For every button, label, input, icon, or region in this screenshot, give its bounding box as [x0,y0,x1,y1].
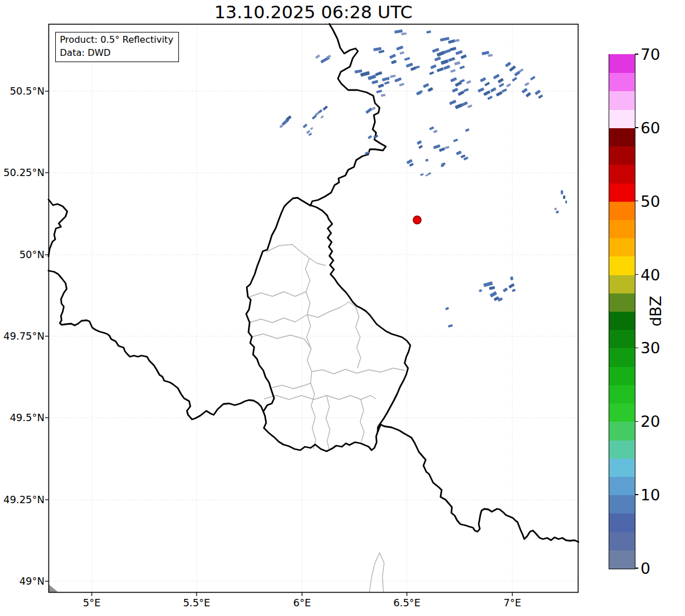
radar-echo [488,54,493,57]
region-border [356,307,361,368]
radar-echo [496,91,503,97]
radar-echo [450,47,456,51]
radar-echo [429,71,434,75]
radar-echo [394,30,403,34]
y-tick-label: 49.75°N [3,331,44,342]
colorbar-segment [609,532,635,550]
radar-echo [512,288,516,292]
radar-echo [498,78,504,84]
country-border [311,24,386,215]
radar-echo [430,64,437,70]
radar-echo [463,88,469,92]
radar-echo [378,50,385,53]
radar-echo [450,77,457,82]
radar-echo [372,80,378,84]
region-border [271,383,311,389]
radar-echo [426,30,431,34]
radar-echo [417,140,422,145]
radar-echo [563,195,565,199]
product-annotation-box: Product: 0.5° Reflectivity Data: DWD [55,32,179,62]
radar-echo [429,127,434,130]
country-border [48,271,263,419]
colorbar-segment [609,109,635,128]
colorbar-segment [609,165,635,183]
region-border [360,399,364,442]
radar-echo [455,103,463,109]
radar-echo [441,59,448,65]
radar-echo [524,82,529,86]
radar-echo [530,76,536,80]
colorbar-tick-label: 0 [641,560,650,577]
x-tick-label: 5°E [83,597,101,609]
colorbar-tick-mark [635,274,638,275]
radar-echo [454,39,460,42]
colorbar-tick-label: 60 [641,119,660,136]
colorbar-tick-mark [635,54,638,54]
region-border [250,302,356,323]
radar-echo [459,79,465,83]
radar-echo [490,291,497,297]
radar-echo [478,87,484,92]
radar-echo [460,54,467,59]
colorbar-segment [609,146,635,165]
country-border [378,425,578,542]
radar-echo [489,286,495,290]
colorbar-axis-label: dBZ [647,296,664,327]
radar-echo [448,324,453,328]
radar-echo [418,145,423,149]
radar-echo [390,75,396,78]
radar-echo [448,39,455,44]
radar-echo [508,283,515,288]
x-tick-label: 6°E [293,597,311,609]
y-tick-label: 49.25°N [3,494,44,505]
colorbar [609,54,635,569]
radar-echo [354,70,362,74]
colorbar-segment [609,495,635,514]
colorbar-segment [609,54,635,73]
colorbar-tick-label: 30 [641,339,660,357]
radar-echo [456,150,462,155]
y-tick-label: 49.5°N [10,412,44,423]
radar-echo [443,65,450,70]
x-tick-label: 6.5°E [393,597,421,609]
y-tick-label: 50°N [19,249,44,260]
radar-echo [420,173,424,176]
colorbar-segment [609,219,635,238]
radar-echo [479,289,482,292]
radar-echo [512,77,517,81]
radar-echo [315,54,320,59]
region-border [369,553,384,593]
radar-echo [373,47,382,51]
radar-echo [482,51,490,55]
colorbar-segment [609,201,635,220]
colorbar-segment [609,330,635,349]
radar-echo [308,133,312,136]
radar-echo [306,130,311,134]
radar-echo [510,276,513,280]
y-tick-label: 49°N [19,576,44,587]
colorbar-tick-mark [635,494,638,495]
radar-echo [399,83,405,87]
radar-echo [406,63,413,68]
country-border [246,198,311,444]
plot-frame [49,25,578,593]
radar-echo [505,62,511,67]
radar-echo [368,75,376,80]
radar-echo [503,287,508,292]
colorbar-tick-label: 50 [641,192,660,210]
product-line: Product: 0.5° Reflectivity [60,34,173,47]
radar-echo [320,115,324,119]
radar-echo [466,80,471,84]
radar-echo [381,94,386,97]
radar-echo [378,84,384,88]
radar-echo [521,88,528,93]
radar-echo [535,89,541,95]
radar-echo [525,92,531,97]
colorbar-tick-label: 70 [641,46,660,63]
colorbar-segment [609,385,635,403]
radar-echo [467,104,472,108]
radar-echo [509,66,516,72]
radar-echo [565,201,567,203]
colorbar-segment [609,550,635,569]
radar-echo [480,77,486,82]
